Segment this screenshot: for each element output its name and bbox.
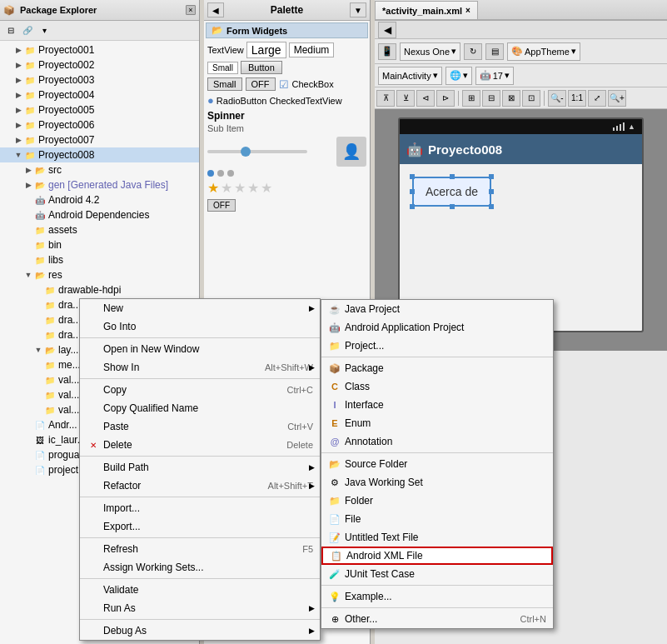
- grid-btn[interactable]: ⊞: [462, 90, 480, 107]
- nexus-one-dropdown[interactable]: Nexus One ▾: [400, 42, 460, 61]
- toggle-off-widget[interactable]: OFF: [207, 199, 236, 212]
- menu-item-assign-working-sets[interactable]: Assign Working Sets...: [80, 558, 320, 577]
- submenu-example[interactable]: 💡 Example...: [321, 587, 553, 606]
- tree-item-android-deps[interactable]: 🤖 Android Dependencies: [0, 207, 199, 222]
- link-editor-btn[interactable]: 🔗: [20, 23, 35, 38]
- star-2[interactable]: ★: [221, 180, 232, 196]
- submenu-source-folder[interactable]: 📂 Source Folder: [321, 455, 553, 473]
- tree-item-proyecto005[interactable]: ▶ 📁 Proyecto005: [0, 102, 199, 117]
- tree-item-res[interactable]: ▼ 📂 res: [0, 267, 199, 282]
- star-3[interactable]: ★: [234, 180, 246, 196]
- menu-item-debug-as[interactable]: Debug As: [80, 622, 320, 640]
- view-menu-btn[interactable]: ▾: [37, 23, 52, 38]
- grid3-btn[interactable]: ⊠: [502, 90, 520, 107]
- move-left-btn[interactable]: ⊲: [416, 90, 435, 107]
- palette-prev-btn[interactable]: ◀: [207, 2, 224, 17]
- submenu-annotation[interactable]: @ Annotation: [321, 432, 553, 451]
- star-4[interactable]: ★: [247, 180, 259, 196]
- device-icon-btn[interactable]: 📱: [378, 43, 396, 60]
- submenu-untitled-text-file[interactable]: 📝 Untitled Text File: [321, 528, 553, 547]
- tree-item-libs[interactable]: 📁 libs: [0, 252, 199, 267]
- menu-item-new[interactable]: New ☕ Java Project 🤖 Android Application…: [80, 299, 320, 317]
- move-right-btn[interactable]: ⊳: [436, 90, 455, 107]
- grid2-btn[interactable]: ⊟: [482, 90, 500, 107]
- menu-item-copy[interactable]: Copy Ctrl+C: [80, 381, 320, 399]
- star-5[interactable]: ★: [261, 180, 272, 196]
- menu-item-copy-qualified[interactable]: Copy Qualified Name: [80, 399, 320, 417]
- submenu-java-project[interactable]: ☕ Java Project: [321, 300, 553, 318]
- menu-item-show-in[interactable]: Show In Alt+Shift+W: [80, 358, 320, 377]
- locale-dropdown[interactable]: 🌐 ▾: [445, 67, 472, 85]
- widget-button[interactable]: Button: [241, 61, 282, 74]
- submenu-enum[interactable]: E Enum: [321, 414, 553, 432]
- collapse-all-btn[interactable]: ⊟: [3, 23, 18, 38]
- submenu-other[interactable]: ⊕ Other... Ctrl+N: [321, 610, 553, 628]
- zoom-reset-btn[interactable]: 1:1: [568, 90, 586, 107]
- menu-item-open-new-window[interactable]: Open in New Window: [80, 340, 320, 358]
- submenu-project[interactable]: 📁 Project...: [321, 337, 553, 355]
- menu-item-paste[interactable]: Paste Ctrl+V: [80, 417, 320, 436]
- api-level-dropdown[interactable]: 🤖 17 ▾: [475, 67, 514, 85]
- nav-back-btn[interactable]: ◀: [378, 22, 396, 38]
- palette-next-btn[interactable]: ▼: [350, 2, 366, 17]
- widget-large[interactable]: Large: [246, 42, 286, 58]
- tree-item-gen[interactable]: ▶ 📂 gen [Generated Java Files]: [0, 177, 199, 192]
- layout-toggle-btn[interactable]: ▤: [485, 43, 504, 60]
- zoom-in-btn[interactable]: 🔍+: [608, 90, 626, 107]
- submenu-android-app-project[interactable]: 🤖 Android Application Project: [321, 318, 553, 337]
- tree-item-proyecto003[interactable]: ▶ 📁 Proyecto003: [0, 72, 199, 87]
- editor-tab-activity-main[interactable]: *activity_main.xml ×: [375, 1, 478, 19]
- submenu-android-xml-file[interactable]: 📋 Android XML File: [321, 547, 553, 565]
- widget-small[interactable]: Small: [207, 62, 238, 74]
- menu-item-refactor[interactable]: Refactor Alt+Shift+T: [80, 477, 320, 495]
- submenu-interface[interactable]: I Interface: [321, 396, 553, 414]
- checked-text-label[interactable]: CheckedTextView: [269, 96, 341, 106]
- slider-track[interactable]: [207, 150, 307, 153]
- tree-item-src[interactable]: ▶ 📂 src: [0, 162, 199, 177]
- menu-item-refresh[interactable]: Refresh F5: [80, 540, 320, 558]
- tree-item-proyecto007[interactable]: ▶ 📁 Proyecto007: [0, 132, 199, 147]
- move-up-btn[interactable]: ⊼: [376, 90, 395, 107]
- main-activity-dropdown[interactable]: MainActivity ▾: [378, 67, 442, 85]
- button-preview[interactable]: Acerca de: [412, 177, 491, 207]
- submenu-file[interactable]: 📄 File: [321, 510, 553, 528]
- grid4-btn[interactable]: ⊡: [522, 90, 540, 107]
- menu-item-validate[interactable]: Validate: [80, 581, 320, 599]
- radio-label[interactable]: RadioButton: [217, 96, 267, 106]
- tree-item-proyecto001[interactable]: ▶ 📁 Proyecto001: [0, 42, 199, 57]
- submenu-junit-test[interactable]: 🧪 JUnit Test Case: [321, 565, 553, 583]
- zoom-fit-btn[interactable]: ⤢: [588, 90, 606, 107]
- submenu-class[interactable]: C Class: [321, 377, 553, 396]
- tree-item-bin[interactable]: 📁 bin: [0, 237, 199, 252]
- app-theme-dropdown[interactable]: 🎨 AppTheme ▾: [507, 42, 580, 61]
- tree-item-android42[interactable]: 🤖 Android 4.2: [0, 192, 199, 207]
- tree-item-proyecto008[interactable]: ▼ 📁 Proyecto008: [0, 147, 199, 162]
- star-1[interactable]: ★: [207, 180, 219, 196]
- submenu-java-working-set[interactable]: ⚙ Java Working Set: [321, 473, 553, 492]
- menu-item-import[interactable]: Import...: [80, 499, 320, 517]
- toggle-small[interactable]: Small: [207, 77, 242, 91]
- submenu-package[interactable]: 📦 Package: [321, 359, 553, 377]
- menu-item-build-path[interactable]: Build Path: [80, 458, 320, 477]
- menu-item-run-as[interactable]: Run As: [80, 599, 320, 617]
- toggle-off[interactable]: OFF: [246, 77, 276, 91]
- slider-thumb[interactable]: [241, 147, 251, 157]
- submenu-folder[interactable]: 📁 Folder: [321, 492, 553, 510]
- submenu-label: Java Project: [345, 303, 546, 315]
- tree-item-proyecto002[interactable]: ▶ 📁 Proyecto002: [0, 57, 199, 72]
- tab-close-icon[interactable]: ×: [465, 6, 470, 15]
- palette-section-header[interactable]: 📂 Form Widgets: [206, 22, 368, 38]
- tree-item-drawable-hdpi[interactable]: 📁 drawable-hdpi: [0, 282, 199, 297]
- widget-medium[interactable]: Medium: [289, 42, 335, 57]
- menu-item-delete[interactable]: ✕ Delete Delete: [80, 436, 320, 454]
- move-down-btn[interactable]: ⊻: [396, 90, 415, 107]
- tree-item-proyecto004[interactable]: ▶ 📁 Proyecto004: [0, 87, 199, 102]
- package-explorer-close-btn[interactable]: ×: [186, 5, 196, 15]
- menu-item-export[interactable]: Export...: [80, 517, 320, 536]
- checkbox-label[interactable]: CheckBox: [292, 79, 334, 89]
- zoom-out-btn[interactable]: 🔍-: [548, 90, 566, 107]
- tree-item-proyecto006[interactable]: ▶ 📁 Proyecto006: [0, 117, 199, 132]
- tree-item-assets[interactable]: 📁 assets: [0, 222, 199, 237]
- menu-item-go-into[interactable]: Go Into: [80, 317, 320, 336]
- rotate-btn[interactable]: ↻: [464, 43, 482, 60]
